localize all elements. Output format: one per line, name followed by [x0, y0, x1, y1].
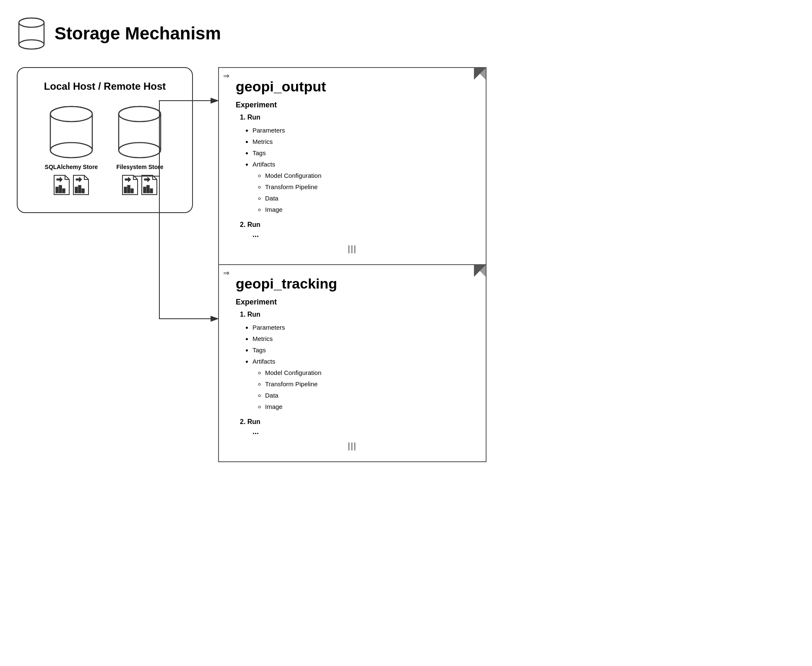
- card-arrow-icon: ⇒: [223, 71, 229, 81]
- list-item-artifacts: Artifacts Model Configuration Transform …: [252, 356, 473, 412]
- sqlalchemy-cylinder-icon: [46, 105, 96, 159]
- svg-point-10: [50, 143, 92, 158]
- svg-rect-19: [82, 189, 84, 193]
- svg-point-24: [119, 143, 161, 158]
- svg-rect-31: [143, 187, 146, 193]
- sublist-item: Model Configuration: [265, 367, 473, 378]
- sqlalchemy-docs: [53, 174, 89, 195]
- artifacts-sublist-2: Model Configuration Transform Pipeline D…: [265, 367, 473, 412]
- card-arrow-icon-2: ⇒: [223, 268, 229, 278]
- page-header: Storage Mechanism: [17, 17, 487, 50]
- geopi-tracking-title: geopi_tracking: [236, 276, 473, 292]
- doc-icon-2: [73, 174, 89, 195]
- list-item: Tags: [252, 147, 473, 159]
- geopi-tracking-run1-label: 1. Run: [240, 311, 473, 318]
- host-box-title: Local Host / Remote Host: [34, 81, 175, 92]
- filesystem-store: Filesystem Store: [115, 105, 165, 195]
- svg-rect-13: [56, 187, 58, 193]
- geopi-output-ellipsis: ...: [252, 230, 473, 239]
- geopi-output-experiment-label: Experiment: [236, 101, 473, 109]
- sublist-item: Data: [265, 390, 473, 401]
- svg-rect-28: [128, 185, 130, 193]
- geopi-tracking-run1-list: Parameters Metrics Tags Artifacts Model …: [252, 322, 473, 412]
- list-item: Parameters: [252, 125, 473, 136]
- page-title: Storage Mechanism: [55, 23, 221, 44]
- main-layout: Local Host / Remote Host SQLAlchemy Stor…: [17, 67, 487, 462]
- geopi-output-card: ⇒ geopi_output Experiment 1. Run Paramet…: [218, 67, 487, 265]
- list-item-artifacts: Artifacts Model Configuration Transform …: [252, 159, 473, 215]
- sublist-item: Transform Pipeline: [265, 181, 473, 193]
- list-item: Metrics: [252, 136, 473, 147]
- doc-icon-4: [141, 174, 158, 195]
- svg-rect-32: [147, 185, 149, 193]
- filesystem-store-label: Filesystem Store: [116, 164, 163, 170]
- card-corner-top: [474, 68, 486, 80]
- svg-rect-18: [78, 185, 81, 193]
- sublist-item: Image: [265, 204, 473, 215]
- filesystem-cylinder-icon: [115, 105, 165, 159]
- stores-container: SQLAlchemy Store: [34, 105, 175, 195]
- geopi-tracking-experiment-label: Experiment: [236, 298, 473, 307]
- svg-rect-29: [131, 189, 133, 193]
- list-item: Metrics: [252, 333, 473, 344]
- sublist-item: Transform Pipeline: [265, 378, 473, 390]
- svg-rect-15: [62, 189, 65, 193]
- geopi-tracking-run2-label: 2. Run: [240, 418, 473, 426]
- stack-lines-top: |||: [232, 244, 473, 254]
- svg-rect-33: [150, 189, 153, 193]
- storage-icon: [17, 17, 46, 50]
- geopi-output-title: geopi_output: [236, 78, 473, 95]
- geopi-tracking-ellipsis: ...: [252, 427, 473, 436]
- svg-point-5: [19, 18, 44, 27]
- svg-point-4: [19, 40, 44, 49]
- sqlalchemy-store: SQLAlchemy Store: [45, 105, 98, 195]
- sublist-item: Model Configuration: [265, 170, 473, 181]
- artifacts-sublist: Model Configuration Transform Pipeline D…: [265, 170, 473, 215]
- doc-icon-3: [122, 174, 138, 195]
- list-item: Tags: [252, 344, 473, 356]
- svg-rect-17: [75, 187, 78, 193]
- sublist-item: Image: [265, 401, 473, 412]
- doc-icon-1: [53, 174, 70, 195]
- geopi-tracking-card: ⇒ geopi_tracking Experiment 1. Run Param…: [218, 265, 487, 462]
- svg-point-25: [119, 107, 161, 122]
- geopi-output-run2-label: 2. Run: [240, 221, 473, 229]
- svg-rect-14: [59, 185, 62, 193]
- stack-lines-bottom: |||: [232, 441, 473, 451]
- svg-point-11: [50, 107, 92, 122]
- filesystem-docs: [122, 174, 158, 195]
- geopi-output-run1-label: 1. Run: [240, 114, 473, 121]
- host-box: Local Host / Remote Host SQLAlchemy Stor…: [17, 67, 193, 213]
- card-corner-bottom: [474, 265, 486, 277]
- geopi-output-run1-list: Parameters Metrics Tags Artifacts Model …: [252, 125, 473, 215]
- sqlalchemy-store-label: SQLAlchemy Store: [45, 164, 98, 170]
- list-item: Parameters: [252, 322, 473, 333]
- sublist-item: Data: [265, 193, 473, 204]
- svg-rect-27: [124, 187, 127, 193]
